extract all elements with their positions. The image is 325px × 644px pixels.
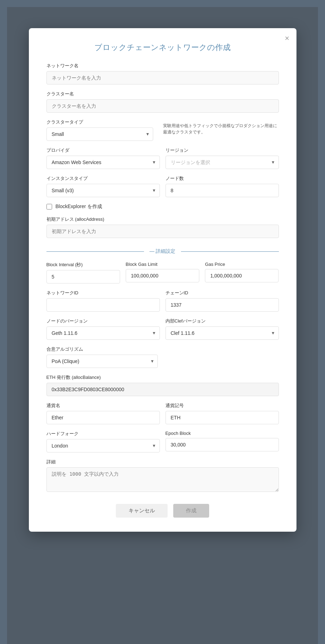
alloc-address-group: 初期アドレス (allocAddress) [46,216,279,238]
cluster-type-select[interactable]: Small [46,127,154,141]
node-version-select[interactable]: Geth 1.11.6 [46,326,160,340]
instance-type-select[interactable]: Small (v3) [46,184,160,197]
currency-name-group: 通貨名 [46,402,160,424]
cluster-name-group: クラスター名 [46,91,279,113]
consensus-group: 合意アルゴリズム PoA (Clique) ▼ [46,346,279,368]
block-gas-limit-label: Block Gas Limit [126,262,199,267]
provider-select[interactable]: Amazon Web Services [46,156,160,169]
advanced-settings-divider: — 詳細設定 [46,248,279,255]
epoch-block-input[interactable] [165,438,279,451]
cluster-name-label: クラスター名 [46,91,279,97]
hardfork-select-wrapper: London ▼ [46,439,160,452]
currency-symbol-label: 通貨記号 [165,402,279,409]
consensus-select-wrapper: PoA (Clique) ▼ [46,355,158,368]
clef-version-group: 内部Clefバージョン Clef 1.11.6 ▼ [165,318,279,340]
cluster-type-label: クラスタータイプ [46,119,154,125]
instance-type-select-wrapper: Small (v3) ▼ [46,184,160,197]
block-params-row: Block Interval (秒) Block Gas Limit Gas P… [46,262,279,283]
region-select-wrapper: リージョンを選択 ▼ [165,156,279,169]
hardfork-label: ハードフォーク [46,431,160,437]
node-version-label: ノードのバージョン [46,318,160,324]
provider-group: プロバイダ Amazon Web Services ▼ [46,147,160,169]
currency-name-label: 通貨名 [46,402,160,409]
footer-buttons: キャンセル 作成 [46,504,279,518]
hardfork-group: ハードフォーク London ▼ [46,431,160,452]
cluster-name-input[interactable] [46,99,279,113]
provider-label: プロバイダ [46,147,160,154]
instance-type-label: インスタンスタイプ [46,175,160,182]
chain-id-group: チェーンID [165,290,279,312]
region-label: リージョン [165,147,279,154]
close-button[interactable]: × [285,34,289,43]
gas-price-input[interactable] [205,269,279,282]
block-explorer-row: BlockExplorer を作成 [46,204,279,210]
instance-node-row: インスタンスタイプ Small (v3) ▼ ノード数 [46,175,279,197]
description-label: 詳細 [46,459,279,465]
epoch-block-group: Epoch Block [165,431,279,452]
alloc-address-input[interactable] [46,225,279,238]
modal-title: ブロックチェーンネットワークの作成 [46,42,279,53]
block-interval-input[interactable] [46,270,120,283]
provider-select-wrapper: Amazon Web Services ▼ [46,156,160,169]
network-name-group: ネットワーク名 [46,63,279,85]
node-count-label: ノード数 [165,175,279,182]
network-name-input[interactable] [46,71,279,85]
block-interval-label: Block Interval (秒) [46,262,120,268]
cluster-type-select-wrapper: Small ▼ [46,127,154,141]
chain-id-label: チェーンID [165,290,279,296]
cluster-type-hint: 実験用途や低トラフィックで小規模なプロダクション用途に最適なクラスタです。 [159,119,279,135]
node-clef-version-row: ノードのバージョン Geth 1.11.6 ▼ 内部Clefバージョン Clef… [46,318,279,340]
clef-version-label: 内部Clefバージョン [165,318,279,324]
consensus-select[interactable]: PoA (Clique) [46,355,158,368]
advanced-settings-label: — 詳細設定 [144,248,181,254]
node-version-select-wrapper: Geth 1.11.6 ▼ [46,326,160,340]
node-count-input[interactable] [165,184,279,197]
hardfork-select[interactable]: London [46,439,160,452]
cancel-button[interactable]: キャンセル [116,504,168,518]
currency-symbol-input[interactable] [165,411,279,424]
network-id-label: ネットワークID [46,290,160,296]
currency-name-input[interactable] [46,411,160,424]
chain-id-input[interactable] [165,298,279,312]
consensus-label: 合意アルゴリズム [46,346,279,352]
node-version-group: ノードのバージョン Geth 1.11.6 ▼ [46,318,160,340]
modal-overlay: × ブロックチェーンネットワークの作成 ネットワーク名 クラスター名 クラスター… [7,7,318,644]
modal-container: × ブロックチェーンネットワークの作成 ネットワーク名 クラスター名 クラスター… [29,28,296,532]
block-gas-limit-group: Block Gas Limit [126,262,199,283]
currency-symbol-group: 通貨記号 [165,402,279,424]
hardfork-epoch-row: ハードフォーク London ▼ Epoch Block [46,431,279,452]
region-select[interactable]: リージョンを選択 [165,156,279,169]
network-chain-id-row: ネットワークID チェーンID [46,290,279,312]
block-gas-limit-input[interactable] [126,269,199,282]
gas-price-group: Gas Price [205,262,279,283]
block-interval-group: Block Interval (秒) [46,262,120,283]
description-group: 詳細 [46,459,279,493]
cluster-type-row: クラスタータイプ Small ▼ 実験用途や低トラフィックで小規模なプロダクショ… [46,119,279,141]
region-group: リージョン リージョンを選択 ▼ [165,147,279,169]
node-count-group: ノード数 [165,175,279,197]
network-id-group: ネットワークID [46,290,160,312]
network-name-label: ネットワーク名 [46,63,279,69]
clef-version-select[interactable]: Clef 1.11.6 [165,326,279,340]
network-id-input[interactable] [46,298,160,312]
instance-type-group: インスタンスタイプ Small (v3) ▼ [46,175,160,197]
clef-version-select-wrapper: Clef 1.11.6 ▼ [165,326,279,340]
description-textarea[interactable] [46,467,279,492]
eth-alloc-label: ETH 発行数 (allocBalance) [46,374,279,381]
alloc-address-label: 初期アドレス (allocAddress) [46,216,279,223]
cluster-type-left: クラスタータイプ Small ▼ [46,119,154,141]
eth-alloc-input[interactable] [46,383,279,396]
eth-alloc-group: ETH 発行数 (allocBalance) [46,374,279,396]
epoch-block-label: Epoch Block [165,431,279,436]
currency-row: 通貨名 通貨記号 [46,402,279,424]
block-explorer-checkbox[interactable] [46,204,52,210]
provider-region-row: プロバイダ Amazon Web Services ▼ リージョン リージョンを… [46,147,279,169]
block-explorer-label: BlockExplorer を作成 [56,204,102,210]
gas-price-label: Gas Price [205,262,279,267]
create-button[interactable]: 作成 [173,504,209,518]
